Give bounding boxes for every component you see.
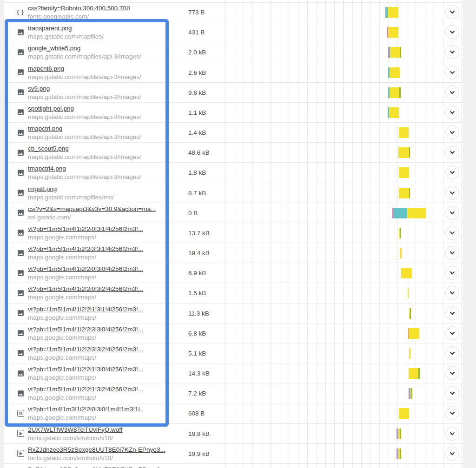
expand-row-button[interactable] <box>445 105 459 119</box>
waterfall-bar <box>400 248 402 258</box>
request-size: 431 B <box>188 29 205 36</box>
request-url-link[interactable]: vt?pb=!1m5!1m4!1i2!2i3!3i0!4i256!2m3!... <box>28 325 186 334</box>
expand-row-button[interactable] <box>445 386 459 400</box>
request-domain: maps.gstatic.com/mapfiles/api-3/images/ <box>28 53 186 61</box>
request-name-block: vt?pb=!1m5!1m4!1i2!2i1!3i0!4i256!2m3!...… <box>28 365 186 382</box>
waterfall-segment <box>409 147 410 158</box>
image-file-icon <box>17 269 25 277</box>
request-domain: csi.gstatic.com/ <box>28 213 186 222</box>
request-domain: maps.google.com/maps/ <box>28 314 186 322</box>
resource-type-icon <box>16 68 25 77</box>
request-row: mapcnt6.png maps.gstatic.com/mapfiles/ap… <box>4 63 463 83</box>
resource-type-icon <box>16 209 25 217</box>
expand-row-button[interactable] <box>445 286 459 300</box>
request-url-link[interactable]: tmapctrl.png <box>28 124 186 133</box>
request-url-link[interactable]: RxZJdnzeo3R5zSexge8UUT8E0i7KZn-EPnyo3... <box>28 445 186 454</box>
request-url-link[interactable]: imgs8.png <box>28 185 186 193</box>
waterfall-segment <box>399 167 409 178</box>
resource-type-icon <box>16 389 25 397</box>
waterfall-segment <box>400 228 401 238</box>
request-domain: maps.google.com/maps/ <box>28 253 186 262</box>
request-domain: maps.gstatic.com/mapfiles/api-3/images/ <box>28 173 186 181</box>
waterfall-bar <box>398 147 410 158</box>
expand-row-button[interactable] <box>445 427 459 441</box>
request-size: 1.5 kB <box>188 290 206 297</box>
request-url-link[interactable]: csi?v=2&s=mapsapi3&v3v=30.9&action=ma... <box>28 204 186 213</box>
expand-row-button[interactable] <box>445 5 459 19</box>
request-url-link[interactable]: vt?pb=!1m5!1m4!1i2!2i0!3i0!4i256!2m3!... <box>28 264 186 273</box>
request-size: 7.2 kB <box>188 390 206 397</box>
expand-row-button[interactable] <box>445 25 459 39</box>
request-name-block: mapcnt6.png maps.gstatic.com/mapfiles/ap… <box>28 64 186 81</box>
request-url-link[interactable]: 2UX7WLTfW3W8TclTUvlFyQ.woff <box>28 425 186 434</box>
javascript-file-icon: JS <box>17 410 24 417</box>
resource-type-icon <box>16 28 25 36</box>
waterfall-bar <box>397 428 401 439</box>
waterfall-bar <box>399 188 410 198</box>
request-url-link[interactable]: google_white5.png <box>28 44 186 53</box>
expand-row-button[interactable] <box>445 266 459 280</box>
request-url-link[interactable]: vt?pb=!1m5!1m4!1i2!2i3!3i1!4i256!2m3!... <box>28 244 186 253</box>
waterfall-segment <box>399 408 409 419</box>
resource-type-icon <box>16 369 25 377</box>
request-url-link[interactable]: sv9.png <box>28 84 186 93</box>
waterfall-bar <box>387 27 398 38</box>
request-url-link[interactable]: vt?pb=!1m5!1m4!1i2!2i1!3i1!4i256!2m3!... <box>28 305 186 314</box>
resource-type-icon <box>16 168 25 177</box>
expand-row-button[interactable] <box>445 45 459 59</box>
request-size: 14.3 kB <box>188 370 210 377</box>
chevron-down-icon <box>450 10 455 14</box>
expand-row-button[interactable] <box>445 206 459 220</box>
request-url-link[interactable]: vt?pb=!1m5!1m4!1i2!2i1!3i0!4i256!2m3!... <box>28 365 186 374</box>
waterfall-segment <box>399 127 409 138</box>
request-url-link[interactable]: tmapctrl4.png <box>28 164 186 173</box>
expand-row-button[interactable] <box>445 306 459 320</box>
expand-row-button[interactable] <box>445 346 459 360</box>
waterfall-bar <box>392 208 426 218</box>
expand-row-button[interactable] <box>445 86 459 99</box>
play-triangle-icon <box>20 452 22 455</box>
request-url-link[interactable]: mapcnt6.png <box>28 64 186 73</box>
resource-type-icon <box>16 309 25 317</box>
expand-row-button[interactable] <box>445 366 459 380</box>
waterfall-segment <box>389 107 399 118</box>
play-triangle-icon <box>20 432 22 435</box>
chevron-down-icon <box>450 411 455 415</box>
request-row: csi?v=2&s=mapsapi3&v3v=30.9&action=ma...… <box>4 203 463 223</box>
image-file-icon <box>17 249 25 257</box>
request-domain: maps.gstatic.com/mapfiles/api-3/images/ <box>28 73 186 81</box>
waterfall-segment <box>401 268 412 278</box>
request-url-link[interactable]: vt?pb=!1m5!1m4!1i2!2i0!3i2!4i256!2m3!... <box>28 284 186 293</box>
request-url-link[interactable]: vt?pb=!1m5!1m4!1i2!2i0!3i1!4i256!2m3!... <box>28 224 186 233</box>
resource-type-icon <box>16 329 25 337</box>
request-row: { } css?family=Roboto:300,400,500,700 fo… <box>4 2 463 22</box>
request-name-block: vt?pb=!1m5!1m4!1i2!2i0!3i0!4i256!2m3!...… <box>28 264 186 282</box>
expand-row-button[interactable] <box>445 246 459 260</box>
expand-row-button[interactable] <box>445 406 459 420</box>
expand-row-button[interactable] <box>445 66 459 79</box>
request-domain: maps.gstatic.com/mapfiles/mv/ <box>28 193 186 202</box>
expand-row-button[interactable] <box>445 125 459 139</box>
network-request-table: { } css?family=Roboto:300,400,500,700 fo… <box>0 0 476 468</box>
request-domain: maps.google.com/maps/ <box>28 273 186 282</box>
request-url-link[interactable]: vt?pb=!1m4!1m3!1i2!2i0!3i0!1m4!1m3!1i... <box>28 405 186 414</box>
request-url-link[interactable]: transparent.png <box>28 24 186 33</box>
request-url-link[interactable]: spotlight-poi.png <box>28 104 186 113</box>
request-url-link[interactable]: RxZJdnzeo3R5zSexge8UUT8E0i7KZn-EPnyo3... <box>28 465 186 468</box>
waterfall-segment <box>390 47 400 58</box>
request-row: vt?pb=!1m5!1m4!1i2!2i3!3i2!4i256!2m3!...… <box>4 343 463 363</box>
expand-row-button[interactable] <box>445 165 459 179</box>
expand-row-button[interactable] <box>445 186 459 200</box>
expand-row-button[interactable] <box>445 226 459 240</box>
request-row: spotlight-poi.png maps.gstatic.com/mapfi… <box>4 103 463 123</box>
request-domain: maps.google.com/maps/ <box>28 374 186 382</box>
expand-row-button[interactable] <box>445 145 459 159</box>
request-url-link[interactable]: vt?pb=!1m5!1m4!1i2!2i3!3i2!4i256!2m3!... <box>28 345 186 354</box>
expand-row-button[interactable] <box>445 447 459 461</box>
request-url-link[interactable]: vt?pb=!1m5!1m4!1i2!2i1!3i2!4i256!2m3!... <box>28 385 186 394</box>
expand-row-button[interactable] <box>445 326 459 340</box>
request-row: google_white5.png maps.gstatic.com/mapfi… <box>4 42 463 62</box>
request-domain: maps.gstatic.com/mapfiles/api-3/images/ <box>28 133 186 141</box>
request-url-link[interactable]: css?family=Roboto:300,400,500,700 <box>28 4 186 13</box>
request-url-link[interactable]: cb_scout5.png <box>28 144 186 153</box>
